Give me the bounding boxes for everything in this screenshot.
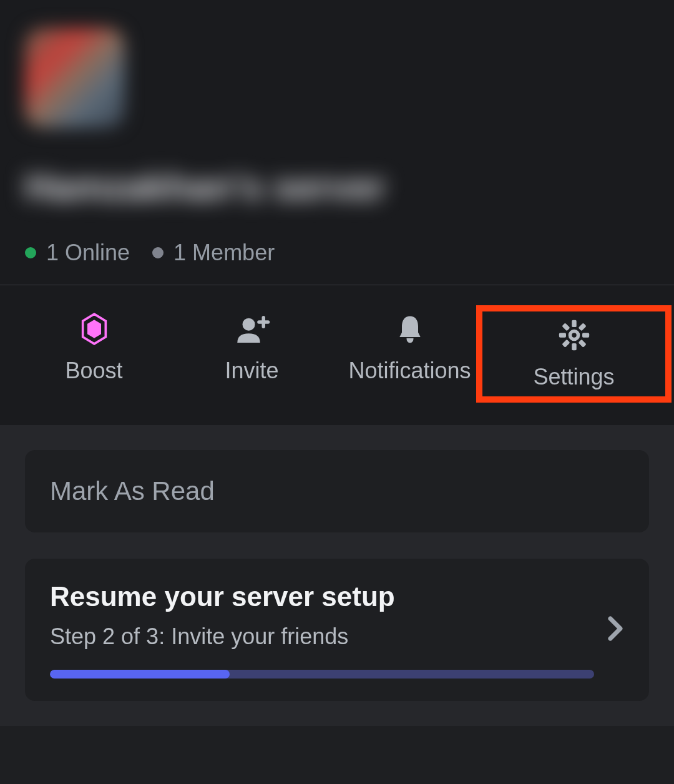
- server-header: Hamzakhan's server 1 Online 1 Member: [0, 0, 674, 285]
- chevron-right-icon: [607, 615, 624, 645]
- notifications-label: Notifications: [348, 358, 471, 384]
- mark-as-read-button[interactable]: Mark As Read: [25, 450, 649, 532]
- server-options: Mark As Read Resume your server setup St…: [0, 425, 674, 726]
- online-stat: 1 Online: [25, 240, 130, 266]
- svg-rect-5: [578, 323, 586, 331]
- svg-point-0: [242, 318, 255, 331]
- invite-label: Invite: [225, 358, 278, 384]
- settings-label: Settings: [533, 364, 614, 390]
- boost-icon: [81, 311, 108, 346]
- settings-button[interactable]: Settings: [476, 305, 672, 403]
- add-user-icon: [233, 311, 271, 346]
- svg-rect-3: [559, 333, 565, 337]
- mark-as-read-label: Mark As Read: [50, 476, 624, 506]
- resume-setup-button[interactable]: Resume your server setup Step 2 of 3: In…: [25, 559, 649, 701]
- svg-rect-6: [562, 340, 570, 348]
- member-stat: 1 Member: [152, 240, 275, 266]
- svg-rect-4: [582, 333, 589, 337]
- svg-rect-8: [578, 340, 586, 348]
- server-icon[interactable]: [25, 28, 125, 128]
- resume-setup-subtitle: Step 2 of 3: Invite your friends: [50, 624, 594, 650]
- svg-rect-1: [572, 320, 576, 327]
- server-name: Hamzakhan's server: [25, 165, 649, 208]
- setup-progress-fill: [50, 670, 230, 679]
- boost-label: Boost: [65, 358, 122, 384]
- server-actions: Boost Invite Notifications: [0, 285, 674, 425]
- invite-button[interactable]: Invite: [173, 311, 331, 396]
- online-status-dot-icon: [25, 247, 36, 258]
- svg-rect-7: [562, 323, 570, 331]
- member-count: 1 Member: [173, 240, 275, 266]
- setup-progress-bar: [50, 670, 594, 679]
- resume-setup-title: Resume your server setup: [50, 581, 594, 612]
- member-status-dot-icon: [152, 247, 164, 258]
- server-stats: 1 Online 1 Member: [25, 240, 649, 266]
- online-count: 1 Online: [46, 240, 130, 266]
- notifications-button[interactable]: Notifications: [331, 311, 489, 396]
- bell-icon: [396, 311, 424, 346]
- svg-rect-2: [572, 343, 576, 350]
- boost-button[interactable]: Boost: [15, 311, 173, 396]
- gear-icon: [558, 318, 590, 353]
